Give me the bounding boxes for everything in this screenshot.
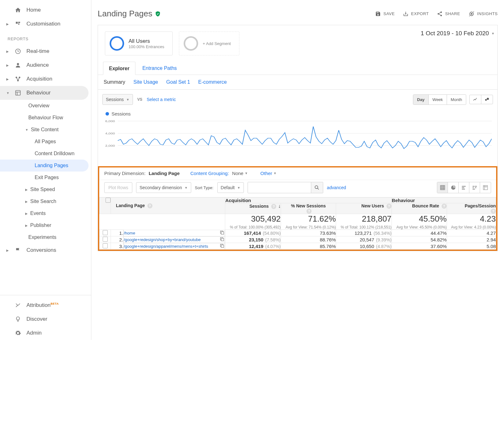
nav-publisher[interactable]: ▶Publisher	[0, 219, 91, 231]
nav-overview[interactable]: Overview	[0, 100, 91, 112]
sort-type-dropdown[interactable]: Default▼	[217, 182, 244, 193]
caret-right-icon: ▶	[25, 224, 28, 227]
caret-right-icon: ▶	[25, 200, 28, 203]
segment-all-users[interactable]: All Users 100.00% Entrances	[105, 31, 173, 55]
view-pivot-icon[interactable]	[480, 182, 491, 193]
nav-landing-pages[interactable]: Landing Pages	[0, 160, 89, 172]
search-button[interactable]	[311, 182, 323, 193]
help-icon[interactable]: ?	[306, 209, 312, 214]
help-icon[interactable]: ?	[271, 204, 276, 209]
total-bounce: 45.50%	[392, 214, 447, 224]
nav-behaviour[interactable]: ▼ Behaviour	[0, 86, 89, 100]
time-week[interactable]: Week	[429, 95, 447, 104]
nav-site-content[interactable]: ▼Site Content	[0, 124, 91, 136]
nav-content-drilldown[interactable]: Content Drilldown	[0, 148, 91, 160]
subtab-site-usage[interactable]: Site Usage	[133, 79, 158, 85]
insights-button[interactable]: INSIGHTS	[468, 11, 498, 17]
search-input[interactable]	[248, 182, 311, 193]
nav-discover[interactable]: Discover	[0, 312, 91, 326]
add-segment-button[interactable]: + Add Segment	[179, 31, 239, 55]
chart-type-line-icon[interactable]	[470, 95, 481, 104]
open-external-icon[interactable]	[220, 243, 225, 249]
total-pages-session: 4.23	[447, 214, 496, 224]
advanced-link[interactable]: advanced	[327, 185, 346, 190]
time-day[interactable]: Day	[413, 95, 429, 104]
total-new-users-sub: % of Total: 100.12% (218,551)	[336, 225, 392, 229]
sort-desc-icon[interactable]: ↓	[278, 203, 281, 209]
behaviour-icon	[14, 90, 21, 96]
col-pct-new-sessions[interactable]: % New Sessions	[291, 203, 326, 208]
col-pages-session[interactable]: Pages/Session	[465, 203, 496, 208]
subtab-goal-set-1[interactable]: Goal Set 1	[166, 79, 190, 85]
col-bounce-rate[interactable]: Bounce Rate	[412, 203, 439, 208]
date-range-picker[interactable]: 1 Oct 2019 - 10 Feb 2020 ▼	[421, 30, 495, 37]
landing-page-link[interactable]: /google+redesign/apparel/mens/mens+t+shi…	[124, 244, 208, 249]
export-button[interactable]: EXPORT	[403, 11, 429, 17]
help-icon[interactable]: ?	[442, 204, 447, 209]
row-checkbox[interactable]	[103, 243, 108, 248]
nav-site-search-label: Site Search	[30, 199, 56, 204]
sidebar: Home ▶ Customisation REPORTS ▶ Real-time…	[0, 0, 91, 340]
secondary-dimension-dropdown[interactable]: Secondary dimension▼	[136, 182, 191, 193]
report-tabs: Explorer Entrance Paths	[98, 62, 497, 75]
tab-entrance-paths[interactable]: Entrance Paths	[137, 62, 182, 75]
view-performance-icon[interactable]	[459, 182, 469, 193]
nav-admin[interactable]: Admin	[0, 326, 91, 340]
nav-experiments[interactable]: Experiments	[0, 231, 91, 243]
subtab-summary[interactable]: Summary	[104, 79, 125, 85]
select-all-checkbox[interactable]	[106, 198, 111, 203]
other-dropdown[interactable]: Other▼	[261, 171, 277, 176]
nav-home[interactable]: Home	[0, 3, 91, 17]
primary-dimension-value[interactable]: Landing Page	[149, 171, 180, 176]
content-grouping-value: None	[232, 171, 243, 176]
metric-selector[interactable]: Sessions▼	[102, 94, 133, 105]
nav-behaviour-label: Behaviour	[26, 90, 51, 96]
subtab-ecommerce[interactable]: E-commerce	[198, 79, 227, 85]
col-landing-page[interactable]: Landing Page	[116, 203, 145, 208]
nav-acquisition[interactable]: ▶ Acquisition	[0, 72, 91, 86]
col-sessions[interactable]: Sessions	[249, 204, 269, 209]
gear-icon	[14, 330, 21, 336]
help-icon[interactable]: ?	[387, 204, 392, 209]
content-grouping-dropdown[interactable]: None▼	[232, 171, 248, 176]
home-icon	[14, 7, 21, 13]
nav-site-speed[interactable]: ▶Site Speed	[0, 183, 91, 195]
view-comparison-icon[interactable]	[469, 182, 480, 193]
open-external-icon[interactable]	[220, 237, 225, 243]
person-icon	[14, 62, 21, 68]
open-external-icon[interactable]	[220, 230, 225, 236]
nav-events[interactable]: ▶Events	[0, 207, 91, 219]
time-month[interactable]: Month	[447, 95, 466, 104]
help-icon[interactable]: ?	[147, 203, 152, 208]
nav-customisation[interactable]: ▶ Customisation	[0, 17, 91, 31]
nav-realtime[interactable]: ▶ Real-time	[0, 44, 91, 58]
nav-customisation-label: Customisation	[26, 21, 60, 27]
time-granularity: Day Week Month	[413, 94, 466, 105]
landing-page-link[interactable]: /home	[124, 231, 135, 235]
save-button[interactable]: SAVE	[375, 11, 395, 17]
nav-behaviour-flow[interactable]: Behaviour Flow	[0, 112, 91, 124]
filter-row: Plot Rows Secondary dimension▼ Sort Type…	[99, 180, 496, 197]
share-button[interactable]: SHARE	[437, 11, 460, 17]
caret-right-icon: ▶	[6, 77, 9, 81]
nav-site-search[interactable]: ▶Site Search	[0, 195, 91, 207]
landing-page-link[interactable]: /google+redesign/shop+by+brand/youtube	[124, 237, 201, 242]
view-pie-icon[interactable]	[448, 182, 459, 193]
page-title: Landing Pages	[98, 9, 152, 19]
svg-point-14	[485, 99, 487, 101]
row-checkbox[interactable]	[103, 237, 108, 242]
nav-all-pages[interactable]: All Pages	[0, 136, 91, 148]
tab-explorer[interactable]: Explorer	[103, 62, 135, 75]
col-new-users[interactable]: New Users	[361, 203, 384, 208]
nav-attribution[interactable]: AttributionBETA	[0, 298, 91, 312]
plot-rows-button[interactable]: Plot Rows	[104, 182, 132, 193]
select-metric-link[interactable]: Select a metric	[147, 97, 176, 102]
view-data-table-icon[interactable]	[437, 182, 448, 193]
nav-exit-pages[interactable]: Exit Pages	[0, 172, 91, 183]
help-icon[interactable]: ?	[491, 209, 496, 214]
row-checkbox[interactable]	[103, 230, 108, 235]
nav-audience[interactable]: ▶ Audience	[0, 58, 91, 72]
chart-type-motion-icon[interactable]	[481, 95, 493, 104]
nav-conversions[interactable]: ▶ Conversions	[0, 243, 91, 257]
segment-circle-empty-icon	[184, 36, 198, 51]
